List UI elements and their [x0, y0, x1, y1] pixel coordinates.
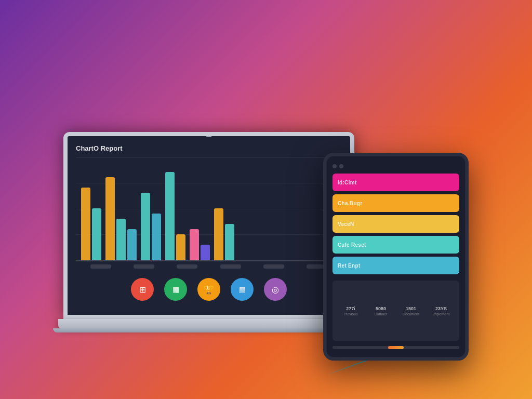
tablet-stat-value-3: 1501 [406, 306, 416, 311]
tablet-menu-label-3: VeceN [338, 221, 354, 227]
chart-x-labels [76, 261, 342, 269]
tablet-stat-value-1: 277i [346, 306, 355, 311]
tablet-stat-value-2: 5080 [376, 306, 386, 311]
bar-2-1 [105, 177, 115, 260]
tablet-menu-item-5[interactable]: Ret Enpt [332, 257, 459, 274]
chart-label-4 [220, 264, 241, 269]
chart-title: ChartO Report [76, 144, 342, 152]
icon-5: ◎ [272, 285, 279, 295]
bar-1-2 [92, 208, 101, 260]
tablet-stat-label-1: Previous [343, 312, 357, 316]
laptop-device: ChartO Report [63, 132, 354, 361]
tablet-stat-value-4: 23YS [435, 306, 447, 311]
tablet-stat-2: 5080 Comber [367, 285, 395, 337]
tablet-menu-item-3[interactable]: VeceN [332, 215, 459, 233]
icon-btn-3[interactable]: 🏆 [197, 278, 220, 301]
icon-1: ⊞ [139, 285, 146, 295]
tablet-menu-label-2: Cha.Bugr [338, 201, 362, 206]
chart-group-4 [165, 172, 185, 260]
tablet-stat-4: 23YS Implement [427, 285, 455, 337]
icon-btn-2[interactable]: ▦ [164, 278, 187, 301]
bar-2-2 [116, 219, 126, 260]
tablet-menu-item-2[interactable]: Cha.Bugr [332, 194, 459, 212]
chart-label-3 [177, 264, 197, 269]
bar-4-2 [176, 234, 185, 260]
laptop-screen: ChartO Report [63, 132, 354, 319]
laptop-camera [206, 133, 212, 137]
tablet-stat-3: 1501 Document [397, 285, 425, 337]
tablet-menu-label-4: Cafe Reset [338, 242, 366, 248]
tablet-stat-label-3: Document [403, 312, 419, 316]
icon-4: ▤ [239, 285, 246, 294]
bar-6-2 [225, 224, 234, 260]
tablet-device: Id:Cimt Cha.Bugr VeceN Cafe Reset Ret En… [323, 153, 469, 361]
chart-group-6 [214, 208, 234, 260]
laptop-dashboard: ChartO Report [68, 136, 350, 315]
chart-group-2 [105, 177, 137, 260]
chart-group-1 [81, 188, 101, 260]
bar-6-1 [214, 208, 223, 260]
icon-btn-1[interactable]: ⊞ [131, 278, 154, 301]
tablet-stat-1: 277i Previous [337, 285, 365, 337]
icon-btn-4[interactable]: ▤ [231, 278, 254, 301]
bar-1-1 [81, 188, 90, 260]
bar-3-1 [141, 193, 150, 260]
icon-btn-5[interactable]: ◎ [264, 278, 287, 301]
tablet-dot-2 [339, 164, 343, 168]
bar-3-2 [152, 214, 161, 260]
icon-row: ⊞ ▦ 🏆 ▤ ◎ [76, 278, 342, 301]
laptop-base [58, 319, 360, 328]
bar-5-1 [190, 229, 199, 260]
laptop-foot [53, 328, 365, 332]
tablet-menu-label-5: Ret Enpt [338, 263, 361, 269]
chart-label-1 [90, 264, 111, 269]
tablet-menu-item-1[interactable]: Id:Cimt [332, 174, 459, 191]
scene-container: ChartO Report [32, 38, 500, 361]
chart-label-2 [134, 264, 154, 269]
bar-5-2 [201, 245, 210, 260]
tablet-camera-dots [332, 164, 459, 168]
tablet-stat-label-4: Implement [433, 312, 450, 316]
bar-4-1 [165, 172, 175, 260]
tablet-menu-label-1: Id:Cimt [338, 180, 357, 185]
chart-group-5 [190, 229, 210, 260]
icon-2: ▦ [172, 285, 179, 294]
bar-chart [76, 157, 342, 261]
tablet-screen: Id:Cimt Cha.Bugr VeceN Cafe Reset Ret En… [323, 153, 469, 361]
tablet-dot-1 [332, 164, 337, 168]
tablet-menu-item-4[interactable]: Cafe Reset [332, 236, 459, 254]
icon-3: 🏆 [204, 285, 214, 295]
tablet-stats-grid: 277i Previous 5080 Comber 1501 Document … [332, 281, 459, 341]
bar-2-3 [127, 229, 137, 260]
chart-group-3 [141, 193, 161, 260]
tablet-stat-label-2: Comber [375, 312, 388, 316]
tablet-scroll-indicator [388, 346, 404, 349]
chart-label-5 [263, 264, 284, 269]
tablet-bottom-bar [332, 346, 459, 349]
